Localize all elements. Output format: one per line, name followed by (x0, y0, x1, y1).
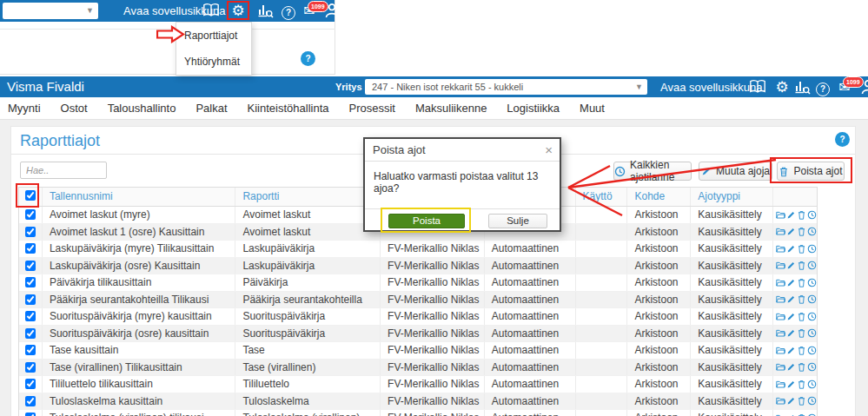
trash-icon[interactable] (797, 278, 806, 287)
clock-icon[interactable] (807, 328, 817, 338)
help-icon[interactable]: ? (280, 3, 297, 20)
open-folder-icon[interactable] (776, 312, 785, 321)
row-checkbox[interactable] (25, 261, 36, 271)
trash-icon[interactable] (797, 380, 806, 389)
open-folder-icon[interactable] (776, 227, 785, 236)
report-search-icon[interactable] (256, 3, 274, 19)
cell-kohde: Arkistoon (627, 342, 691, 359)
pencil-icon[interactable] (786, 227, 796, 236)
open-folder-icon[interactable] (776, 278, 785, 287)
cell-kaytto (576, 207, 628, 223)
nav-item-maksuliikenne[interactable]: Maksuliikenne (411, 97, 491, 119)
trash-icon[interactable] (797, 294, 806, 304)
clock-icon[interactable] (807, 244, 817, 254)
row-checkbox[interactable] (25, 209, 36, 220)
clock-icon[interactable] (807, 294, 817, 304)
trash-icon[interactable] (797, 346, 806, 355)
open-folder-icon[interactable] (776, 346, 785, 355)
help-icon[interactable]: ? (814, 80, 832, 96)
clock-icon[interactable] (807, 278, 817, 287)
pencil-icon[interactable] (786, 362, 796, 372)
report-search-icon[interactable] (793, 79, 811, 96)
trash-icon[interactable] (797, 312, 806, 321)
row-checkbox[interactable] (25, 345, 36, 355)
clock-icon[interactable] (807, 380, 817, 389)
pencil-icon[interactable] (786, 294, 796, 304)
trash-icon[interactable] (797, 396, 806, 406)
company-select[interactable]: 247 - Niken isot rekkarit 55 - kukkeli ▼ (365, 79, 647, 95)
trash-icon[interactable] (797, 210, 806, 220)
col-header-raportti[interactable]: Raportti (235, 188, 381, 206)
edit-runs-button[interactable]: Muuta ajoja (699, 162, 772, 181)
row-checkbox[interactable] (25, 243, 36, 254)
nav-item-kiinteistohallinta[interactable]: Kiinteistöhallinta (243, 97, 334, 119)
clock-icon[interactable] (807, 396, 817, 406)
nav-item-taloushallinto[interactable]: Taloushallinto (103, 97, 181, 119)
col-header-kohde[interactable]: Kohde (627, 188, 691, 206)
help-badge[interactable]: ? (835, 132, 850, 147)
col-header-tallennusnimi[interactable]: Tallennusnimi (43, 188, 236, 206)
trash-icon[interactable] (797, 362, 806, 372)
trash-icon[interactable] (797, 328, 806, 338)
pencil-icon[interactable] (786, 278, 796, 287)
select-all-checkbox[interactable] (25, 190, 36, 201)
help-badge[interactable]: ? (301, 51, 315, 66)
open-folder-icon[interactable] (776, 261, 785, 270)
menu-item-yhtioryhmat[interactable]: Yhtiöryhmät (176, 49, 251, 75)
row-checkbox[interactable] (25, 413, 36, 416)
open-folder-icon[interactable] (776, 380, 785, 389)
pencil-icon[interactable] (786, 396, 796, 406)
open-folder-icon[interactable] (776, 244, 785, 254)
trash-icon[interactable] (797, 244, 806, 254)
clock-icon[interactable] (807, 227, 817, 236)
open-folder-icon[interactable] (776, 294, 785, 304)
nav-item-palkat[interactable]: Palkat (191, 97, 231, 119)
clock-icon[interactable] (807, 261, 817, 270)
open-folder-icon[interactable] (776, 328, 785, 338)
nav-item-ostot[interactable]: Ostot (56, 97, 92, 119)
open-app-window-link[interactable]: Avaa sovellusikkuna (660, 76, 763, 98)
row-checkbox[interactable] (25, 379, 36, 389)
search-input[interactable] (20, 162, 107, 179)
col-header-kaytto[interactable]: Käyttö (576, 188, 628, 206)
all-runs-status-button[interactable]: Kaikkien ajotilanne (613, 162, 692, 181)
gear-icon[interactable]: ⚙ (773, 79, 791, 96)
pencil-icon[interactable] (786, 244, 796, 254)
clock-icon[interactable] (807, 362, 817, 372)
row-checkbox[interactable] (25, 277, 36, 287)
close-icon[interactable]: × (545, 139, 553, 161)
pencil-icon[interactable] (786, 346, 796, 355)
pencil-icon[interactable] (786, 380, 796, 389)
menu-item-raporttiajot[interactable]: Raporttiajot (176, 23, 251, 49)
row-checkbox[interactable] (25, 311, 36, 321)
cancel-button[interactable]: Sulje (488, 214, 547, 228)
row-checkbox[interactable] (25, 328, 36, 339)
row-checkbox[interactable] (25, 227, 36, 237)
bookmarks-icon[interactable] (202, 3, 220, 19)
open-folder-icon[interactable] (776, 362, 785, 372)
bookmarks-icon[interactable] (749, 79, 766, 96)
col-header-ajotyyppi[interactable]: Ajotyyppi (691, 188, 773, 206)
row-checkbox[interactable] (25, 362, 36, 373)
pencil-icon[interactable] (786, 261, 796, 270)
confirm-delete-button[interactable]: Poista (388, 214, 465, 228)
nav-item-logistiikka[interactable]: Logistiikka (502, 97, 564, 119)
clock-icon[interactable] (807, 210, 817, 220)
row-checkbox[interactable] (25, 396, 36, 406)
top-window-combobox[interactable]: ▼ (3, 3, 98, 19)
row-checkbox[interactable] (25, 294, 36, 305)
open-folder-icon[interactable] (776, 396, 785, 406)
clock-icon[interactable] (807, 312, 817, 321)
pencil-icon[interactable] (786, 312, 796, 321)
nav-item-muut[interactable]: Muut (575, 97, 609, 119)
delete-runs-button[interactable]: Poista ajot (777, 162, 845, 181)
clock-icon[interactable] (807, 346, 817, 355)
pencil-icon[interactable] (786, 210, 796, 220)
open-folder-icon[interactable] (776, 210, 785, 220)
gear-icon[interactable]: ⚙ (229, 3, 247, 19)
trash-icon[interactable] (797, 227, 806, 236)
nav-item-myynti[interactable]: Myynti (3, 97, 45, 119)
trash-icon[interactable] (797, 261, 806, 270)
nav-item-prosessit[interactable]: Prosessit (345, 97, 400, 119)
pencil-icon[interactable] (786, 328, 796, 338)
